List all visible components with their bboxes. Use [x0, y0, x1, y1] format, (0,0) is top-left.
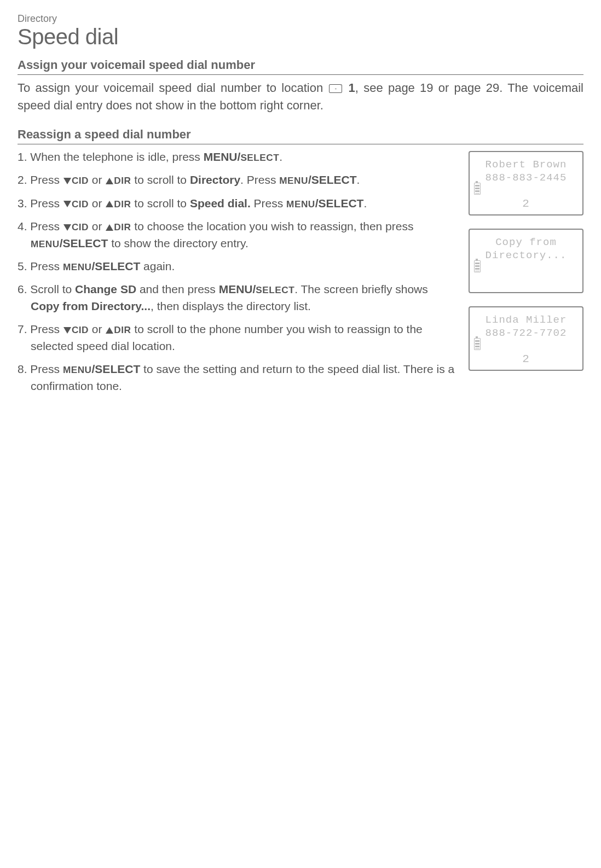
step4-or: or — [89, 220, 105, 232]
lcd1-number: 888-883-2445 — [474, 172, 578, 184]
lcd-screen-3: Linda Miller 888-722-7702 2 — [469, 306, 583, 371]
step2-a: 2. Press — [18, 173, 63, 186]
step8-select: /SELECT — [92, 363, 141, 375]
intro-location: 1 — [349, 81, 355, 95]
step-4: 4. Press CID or DIR to choose the locati… — [18, 218, 458, 252]
step2-dir: DIR — [114, 175, 131, 186]
section-assign-heading: Assign your voicemail speed dial number — [18, 58, 583, 75]
step-8: 8. Press MENU/SELECT to save the setting… — [18, 361, 458, 394]
battery-icon — [474, 338, 481, 350]
step-3: 3. Press CID or DIR to scroll to Speed d… — [18, 195, 458, 212]
lcd-screens: Robert Brown 888-883-2445 2 Copy from Di… — [469, 151, 583, 371]
step-7: 7. Press CID or DIR to scroll to the pho… — [18, 321, 458, 354]
up-arrow-icon — [106, 178, 113, 184]
breadcrumb: Directory — [18, 13, 583, 25]
lcd1-slot: 2 — [522, 197, 530, 210]
step6-mid2: . The screen briefly shows — [294, 283, 428, 295]
step-2: 2. Press CID or DIR to scroll to Directo… — [18, 172, 458, 188]
step3-cid: CID — [72, 199, 89, 209]
step1-text: 1. When the telephone is idle, press — [18, 150, 204, 163]
step2-press: . Press — [240, 173, 279, 186]
step7-or: or — [89, 323, 105, 335]
step2-menu: MENU — [279, 175, 308, 186]
step5-a: 5. Press — [18, 260, 63, 272]
step3-a: 3. Press — [18, 197, 63, 209]
step2-directory: Directory — [190, 173, 240, 186]
step-6: 6. Scroll to Change SD and then press ME… — [18, 281, 458, 314]
step1-select: SELECT — [240, 152, 279, 163]
step7-dir: DIR — [114, 324, 131, 335]
step4-select: /SELECT — [60, 237, 108, 249]
lcd2-line1: Copy from — [474, 236, 578, 248]
down-arrow-icon — [63, 327, 71, 334]
lcd3-slot: 2 — [522, 353, 530, 365]
lcd3-name: Linda Miller — [474, 314, 578, 326]
step4-mid: to choose the location you wish to reass… — [131, 220, 414, 232]
step1-menu: MENU/ — [204, 150, 241, 163]
step5-menu: MENU — [63, 261, 92, 272]
down-arrow-icon — [63, 224, 71, 231]
step6-a: 6. Scroll to — [18, 283, 75, 295]
step2-select: /SELECT — [308, 173, 357, 186]
down-arrow-icon — [63, 178, 71, 184]
battery-icon — [474, 183, 481, 195]
up-arrow-icon — [106, 224, 113, 231]
intro-pre: To assign your voicemail speed dial numb… — [18, 81, 328, 95]
step6-copy: Copy from Directory... — [31, 300, 151, 312]
step6-end: , then displays the directory list. — [151, 300, 311, 312]
step3-speeddial: Speed dial. — [190, 197, 251, 209]
step6-changesd: Change SD — [75, 283, 136, 295]
up-arrow-icon — [106, 327, 113, 334]
step4-end: to show the directory entry. — [108, 237, 248, 249]
step3-dir: DIR — [114, 199, 131, 209]
step4-cid: CID — [72, 222, 89, 232]
lcd-screen-2: Copy from Directory... — [469, 229, 583, 293]
step2-or: or — [89, 173, 105, 186]
section-assign-text: To assign your voicemail speed dial numb… — [18, 79, 583, 114]
lcd1-name: Robert Brown — [474, 159, 578, 171]
step5-select: /SELECT — [92, 260, 141, 272]
step6-mid: and then press — [136, 283, 219, 295]
step7-a: 7. Press — [18, 323, 63, 335]
step2-mid: to scroll to — [131, 173, 190, 186]
step6-menu: MENU/ — [219, 283, 256, 295]
step4-dir: DIR — [114, 222, 131, 232]
step8-a: 8. Press — [18, 363, 63, 375]
step3-press: Press — [251, 197, 286, 209]
step4-menu: MENU — [31, 238, 60, 249]
step3-end: . — [363, 197, 367, 209]
voicemail-icon — [329, 84, 342, 93]
step2-cid: CID — [72, 175, 89, 186]
steps-list: 1. When the telephone is idle, press MEN… — [18, 149, 458, 394]
up-arrow-icon — [106, 201, 113, 207]
step8-menu: MENU — [63, 364, 92, 375]
section-reassign-heading: Reassign a speed dial number — [18, 127, 583, 144]
down-arrow-icon — [63, 201, 71, 207]
step-1: 1. When the telephone is idle, press MEN… — [18, 149, 458, 165]
page-title: Speed dial — [18, 25, 583, 49]
step4-a: 4. Press — [18, 220, 63, 232]
step6-select: SELECT — [256, 284, 294, 295]
step3-mid: to scroll to — [131, 197, 190, 209]
lcd-screen-1: Robert Brown 888-883-2445 2 — [469, 151, 583, 215]
step3-select: /SELECT — [315, 197, 364, 209]
step3-or: or — [89, 197, 105, 209]
step5-end: again. — [140, 260, 175, 272]
step3-menu: MENU — [286, 199, 315, 209]
battery-icon — [474, 260, 481, 272]
step2-end: . — [357, 173, 360, 186]
step7-cid: CID — [72, 324, 89, 335]
step-5: 5. Press MENU/SELECT again. — [18, 258, 458, 275]
step1-end: . — [279, 150, 282, 163]
lcd2-line2: Directory... — [474, 249, 578, 261]
lcd3-number: 888-722-7702 — [474, 327, 578, 339]
